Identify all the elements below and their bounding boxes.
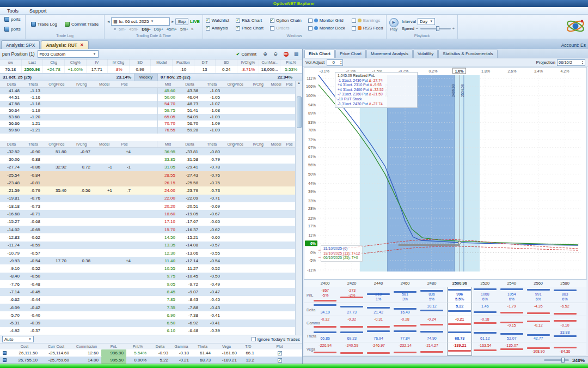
- time-step-day[interactable]: Day+: [152, 27, 164, 32]
- window-toggle-risk-chart[interactable]: Risk Chart: [236, 18, 264, 23]
- right-expiry-label[interactable]: 07 nov. 25 (32): [161, 75, 191, 80]
- tab-volatility[interactable]: Volatility: [413, 50, 438, 58]
- stop-icon[interactable]: [282, 51, 290, 58]
- commit-button[interactable]: ✔ Commit: [234, 51, 259, 58]
- zoom-in-icon[interactable]: ⊕: [261, 51, 269, 58]
- chain-scrollbar[interactable]: ▲: [295, 81, 302, 335]
- option-row[interactable]: 44.51-1.1650.0046.04-1.05: [0, 94, 295, 101]
- next-day-icon[interactable]: ▸: [171, 19, 174, 24]
- window-toggle-earnings[interactable]: Earnings: [352, 18, 383, 23]
- tab-analysis-spx[interactable]: Analysis: SPX: [1, 40, 40, 49]
- slider-thumb[interactable]: [436, 26, 439, 31]
- option-row[interactable]: -5.70-0.406.90-7.38-0.41: [0, 311, 295, 319]
- speed-minus[interactable]: −: [416, 26, 419, 31]
- option-row[interactable]: 59.60-1.2176.5559.28-1.09: [0, 127, 295, 134]
- vol-adjust-stepper[interactable]: 0 ▲▼: [327, 59, 343, 66]
- ignore-trades-toggle[interactable]: Ignore Today's Trades: [252, 337, 300, 342]
- weekly-selector[interactable]: Weekly: [134, 74, 158, 81]
- option-row[interactable]: -10.79-0.5712.30-13.06-0.55: [0, 249, 295, 257]
- risk-chart[interactable]: 2446.732496.992504.08111%106%100%94%89%8…: [304, 67, 587, 280]
- option-row[interactable]: -14.02-0.6515.70-16.37-0.62: [0, 226, 295, 233]
- option-row[interactable]: -32.52-0.9051.80-0.97+436.95-33.81-0.80: [0, 148, 295, 155]
- scroll-up-icon[interactable]: ▲: [297, 81, 301, 85]
- option-row[interactable]: -15.27-0.6817.10-17.67-0.65: [0, 218, 295, 226]
- strategy-select[interactable]: #603 Custom ▼: [38, 50, 99, 58]
- option-row[interactable]: 50.64-1.1959.7551.41-1.08: [0, 107, 295, 114]
- speed-plus[interactable]: +: [452, 26, 455, 31]
- left-expiry-label[interactable]: 31 oct. 25 (25): [3, 75, 32, 80]
- option-row[interactable]: -27.74-0.8632.920.72-1-131.05-29.41-0.78: [0, 164, 295, 171]
- window-toggle-watchlist[interactable]: Watchlist: [206, 18, 229, 23]
- option-row[interactable]: -9.10-0.5210.55-11.27-0.52: [0, 264, 295, 272]
- trade-log-button[interactable]: Trade Log: [28, 20, 60, 28]
- tab-movement-analysis[interactable]: Movement Analysis: [366, 50, 413, 58]
- option-row[interactable]: -21.59-0.7935.40-0.56+1-724.00-23.79-0.7…: [0, 186, 295, 194]
- close-icon[interactable]: ✕: [80, 43, 84, 47]
- option-row[interactable]: -8.40-0.509.75-10.45-0.50: [0, 273, 295, 280]
- commit-trade-button[interactable]: Commit Trade: [62, 20, 101, 28]
- option-row[interactable]: -19.81-0.7622.00-22.09-0.71: [0, 195, 295, 202]
- option-row[interactable]: 56.66-1.2170.7056.70-1.09: [0, 120, 295, 127]
- window-toggle-analysis[interactable]: Analysis: [206, 26, 229, 31]
- tab-analysis-rut[interactable]: Analysis: RUT ✕: [41, 40, 88, 49]
- tab-statistics-fundamentals[interactable]: Statistics & Fundamentals: [438, 50, 497, 58]
- prev-day-icon[interactable]: ◂: [107, 19, 109, 24]
- window-toggle-option-chain[interactable]: Option Chain: [270, 18, 302, 23]
- play-button[interactable]: ▶: [389, 18, 399, 27]
- option-row[interactable]: 41.48-1.1345.6043.38-1.03: [0, 88, 295, 94]
- window-toggle-monitor-grid[interactable]: Monitor Grid: [308, 18, 345, 23]
- option-row[interactable]: -7.14-0.458.45-9.07-0.47: [0, 288, 295, 295]
- option-row[interactable]: -9.93-0.5417.700.38+411.40-12.14-0.54: [0, 257, 295, 264]
- menu-item-support[interactable]: Support: [28, 8, 48, 14]
- zoom-out-icon[interactable]: ⊖: [272, 51, 279, 58]
- window-toggle-monitor-dock[interactable]: Monitor Dock: [308, 26, 345, 31]
- greek-value: 10546%: [499, 292, 525, 301]
- option-row[interactable]: -25.54-0.8428.55-27.43-0.76: [0, 171, 295, 179]
- option-row[interactable]: -16.68-0.7118.60-19.05-0.67: [0, 210, 295, 218]
- stepper-arrows-icon[interactable]: ▲▼: [340, 61, 342, 65]
- tab-price-chart[interactable]: Price Chart: [335, 50, 366, 58]
- time-step-day[interactable]: Day-: [140, 27, 151, 32]
- speed-slider[interactable]: [420, 28, 451, 29]
- slider-thumb[interactable]: [561, 358, 565, 363]
- option-row[interactable]: -11.74-0.5913.35-14.08-0.57: [0, 242, 295, 249]
- auto-select[interactable]: Auto ▼: [2, 336, 34, 342]
- option-row[interactable]: 53.68-1.2065.0554.09-1.09: [0, 114, 295, 120]
- option-row[interactable]: 47.58-1.1854.7048.73-1.07: [0, 101, 295, 107]
- exp-button[interactable]: Exp: [175, 18, 188, 25]
- option-row[interactable]: -6.09-0.427.35-7.88-0.43: [0, 304, 295, 311]
- exports-button[interactable]: ports: [2, 25, 23, 33]
- plot-checkbox[interactable]: [257, 349, 302, 357]
- option-row[interactable]: -18.18-0.7320.20-20.51-0.69: [0, 202, 295, 210]
- step-back-icon[interactable]: «: [114, 27, 116, 32]
- time-step-5m[interactable]: 5m+: [179, 27, 189, 32]
- projection-date-input[interactable]: 06/10/2 ▲▼: [557, 59, 585, 66]
- option-row[interactable]: -7.76-0.489.05-9.72-0.49: [0, 280, 295, 288]
- option-row[interactable]: -12.83-0.6214.50-15.21-0.60: [0, 233, 295, 241]
- reports-button[interactable]: ports: [2, 15, 23, 23]
- summary-row[interactable]: 26,755.10-25,759.6014.00995.500.00%5.22-…: [0, 357, 302, 364]
- option-row[interactable]: -23.48-0.8126.15-25.58-0.75: [0, 179, 295, 186]
- menu-item-tools[interactable]: Tools: [5, 8, 20, 14]
- summary-row[interactable]: 26,111.50-25,114.6012.60996.905.54%-0.93…: [0, 349, 302, 357]
- option-row[interactable]: -6.62-0.447.85-8.43-0.45: [0, 296, 295, 304]
- time-step-5m[interactable]: 5m-: [118, 27, 127, 32]
- zoom-slider[interactable]: [544, 359, 569, 361]
- time-step-45m[interactable]: 45m+: [166, 27, 178, 32]
- grid-icon[interactable]: ▦: [292, 51, 300, 58]
- window-toggle-price-chart[interactable]: Price Chart: [236, 26, 264, 31]
- option-row[interactable]: -5.31-0.396.50-6.92-0.41: [0, 319, 295, 327]
- option-row[interactable]: -4.92-0.376.10-6.48-0.39: [0, 327, 295, 335]
- option-row[interactable]: -30.06-0.8833.85-31.58-0.79: [0, 155, 295, 163]
- window-toggle-rss-feed[interactable]: RSS Feed: [352, 26, 383, 31]
- interval-select[interactable]: Day ▼: [418, 18, 435, 25]
- scrollbar-thumb[interactable]: [297, 96, 302, 128]
- plot-checkbox[interactable]: [257, 357, 302, 364]
- step-forward-icon[interactable]: »: [191, 27, 193, 32]
- cell: [115, 88, 134, 94]
- greek-bar: [420, 331, 443, 333]
- time-step-45m[interactable]: 45m-: [128, 27, 139, 32]
- date-input[interactable]: ▦ lu. 06 oct. 2025 ▼: [111, 17, 170, 26]
- window-toggle-orders[interactable]: Orders: [270, 26, 302, 31]
- tab-risk-chart[interactable]: Risk Chart: [304, 50, 335, 58]
